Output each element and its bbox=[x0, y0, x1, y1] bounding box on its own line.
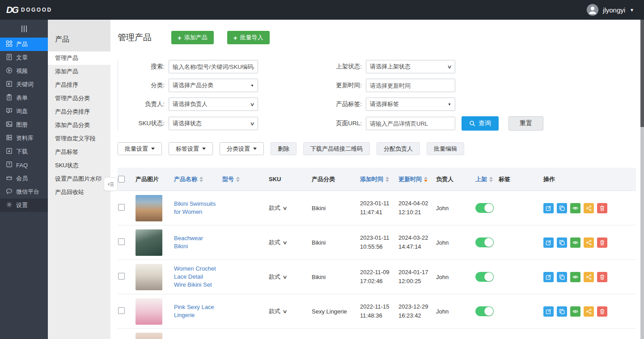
search-input[interactable] bbox=[169, 60, 258, 73]
scrollbar-thumb[interactable] bbox=[640, 20, 644, 127]
query-button[interactable]: 查询 bbox=[462, 116, 499, 131]
column-header-model[interactable]: 型号 bbox=[222, 175, 269, 183]
sidebar-item-library[interactable]: 资料库 bbox=[0, 131, 48, 145]
bulk-import-button[interactable]: + 批量导入 bbox=[227, 31, 270, 44]
sku-dropdown[interactable]: 款式∨ bbox=[269, 204, 287, 212]
product-name-link[interactable]: Pink Sexy Lace Lingerie bbox=[174, 303, 222, 319]
triangle-down-icon bbox=[151, 148, 155, 150]
row-checkbox[interactable] bbox=[118, 204, 125, 211]
preview-button[interactable] bbox=[570, 203, 580, 213]
sidebar-item-settings[interactable]: 设置 bbox=[0, 199, 48, 212]
tag-set-dropdown[interactable]: 标签设置 bbox=[169, 142, 213, 155]
sku-dropdown[interactable]: 款式∨ bbox=[269, 238, 287, 246]
sidebar-item-videos[interactable]: 视频 bbox=[0, 64, 48, 78]
submenu-item-category-sort[interactable]: 产品分类排序 bbox=[48, 105, 110, 119]
sidebar-item-articles[interactable]: 文章 bbox=[0, 51, 48, 64]
product-name-link[interactable]: Bikini Swimsuits for Women bbox=[174, 200, 222, 216]
category-set-dropdown[interactable]: 分类设置 bbox=[220, 142, 264, 155]
owner-select[interactable]: 请选择负责人 ∨ bbox=[169, 97, 258, 111]
column-header-name[interactable]: 产品名称 bbox=[174, 175, 222, 183]
sidebar-item-wechat[interactable]: 微信平台 bbox=[0, 185, 48, 199]
shelf-toggle[interactable] bbox=[475, 306, 494, 316]
row-checkbox[interactable] bbox=[118, 307, 125, 314]
update-time-input[interactable] bbox=[366, 79, 455, 92]
sidebar-item-downloads[interactable]: 下载 bbox=[0, 145, 48, 158]
shelf-toggle[interactable] bbox=[475, 203, 494, 213]
reset-button[interactable]: 重置 bbox=[508, 116, 543, 131]
sidebar-item-forms[interactable]: 表单 bbox=[0, 91, 48, 105]
preview-button[interactable] bbox=[570, 237, 580, 248]
submenu-item-sku-status[interactable]: SKU状态 bbox=[48, 159, 110, 172]
faq-icon bbox=[6, 161, 13, 169]
column-header-added[interactable]: 添加时间 bbox=[360, 175, 398, 183]
preview-button[interactable] bbox=[570, 306, 580, 317]
sidebar-item-products[interactable]: 产品 bbox=[0, 38, 48, 51]
copy-button[interactable] bbox=[557, 237, 567, 248]
select-all-checkbox[interactable] bbox=[118, 176, 125, 182]
shelf-toggle[interactable] bbox=[475, 237, 494, 247]
copy-button[interactable] bbox=[557, 272, 567, 282]
delete-row-button[interactable] bbox=[597, 237, 607, 248]
delete-row-button[interactable] bbox=[597, 203, 607, 213]
edit-button[interactable] bbox=[543, 306, 554, 317]
bulk-set-dropdown[interactable]: 批量设置 bbox=[118, 142, 162, 155]
shelf-toggle[interactable] bbox=[475, 272, 494, 282]
submenu-item-product-sort[interactable]: 产品排序 bbox=[48, 78, 110, 92]
submenu-item-watermark[interactable]: 设置产品图片水印 bbox=[48, 172, 110, 186]
edit-button[interactable] bbox=[543, 237, 554, 248]
product-image[interactable] bbox=[136, 264, 162, 290]
product-tag-select[interactable]: 请选择标签 ▼ bbox=[366, 97, 455, 111]
row-checkbox[interactable] bbox=[118, 273, 125, 280]
copy-button[interactable] bbox=[557, 306, 567, 317]
page-url-input[interactable] bbox=[366, 117, 455, 130]
share-button[interactable] bbox=[584, 306, 594, 317]
sku-dropdown[interactable]: 款式∨ bbox=[269, 273, 287, 281]
submenu-item-manage-products[interactable]: 管理产品 bbox=[48, 51, 110, 65]
video-icon bbox=[6, 67, 13, 75]
column-header-shelf[interactable]: 上架 bbox=[475, 175, 499, 183]
sku-status-select[interactable]: 请选择状态 ∨ bbox=[169, 117, 258, 130]
column-header-updated[interactable]: 更新时间 bbox=[398, 175, 436, 183]
sidebar-item-gallery[interactable]: 图册 bbox=[0, 118, 48, 131]
sidebar-item-members[interactable]: 会员 bbox=[0, 172, 48, 185]
product-image[interactable] bbox=[136, 298, 162, 325]
sidebar-collapse-toggle[interactable] bbox=[0, 20, 48, 38]
submenu-item-add-product[interactable]: 添加产品 bbox=[48, 65, 110, 78]
assign-owner-button[interactable]: 分配负责人 bbox=[377, 142, 420, 155]
shelf-status-select[interactable]: 请选择上架状态 ∨ bbox=[366, 60, 455, 73]
share-button[interactable] bbox=[584, 237, 594, 248]
submenu-item-add-category[interactable]: 添加产品分类 bbox=[48, 119, 110, 132]
user-menu[interactable]: jlyongyi ▼ bbox=[587, 4, 644, 16]
download-qr-button[interactable]: 下载产品链接二维码 bbox=[303, 142, 370, 155]
product-name-link[interactable]: Beachwear Bikini bbox=[174, 234, 222, 250]
page-scrollbar[interactable] bbox=[640, 20, 644, 339]
submenu-collapse-button[interactable] bbox=[104, 177, 118, 191]
share-button[interactable] bbox=[584, 272, 594, 282]
product-image[interactable] bbox=[136, 229, 162, 256]
app-logo[interactable]: DG DOGOOD bbox=[0, 0, 110, 20]
delete-row-button[interactable] bbox=[597, 306, 607, 317]
edit-button[interactable] bbox=[543, 272, 554, 282]
sidebar-item-keywords[interactable]: 关键词 bbox=[0, 78, 48, 91]
submenu-item-product-tags[interactable]: 产品标签 bbox=[48, 145, 110, 159]
submenu-item-manage-categories[interactable]: 管理产品分类 bbox=[48, 92, 110, 105]
submenu-item-custom-fields[interactable]: 管理自定义字段 bbox=[48, 132, 110, 145]
add-product-button[interactable]: + 添加产品 bbox=[171, 31, 214, 44]
share-button[interactable] bbox=[584, 203, 594, 213]
triangle-down-icon bbox=[202, 148, 206, 150]
sku-dropdown[interactable]: 款式∨ bbox=[269, 307, 287, 315]
row-checkbox[interactable] bbox=[118, 238, 125, 245]
sidebar-item-inquiries[interactable]: 询盘 bbox=[0, 105, 48, 118]
product-image[interactable] bbox=[136, 195, 162, 221]
product-image[interactable] bbox=[136, 333, 162, 339]
bulk-edit-button[interactable]: 批量编辑 bbox=[427, 142, 464, 155]
delete-button[interactable]: 删除 bbox=[271, 142, 297, 155]
edit-button[interactable] bbox=[543, 203, 554, 213]
sidebar-item-faq[interactable]: FAQ bbox=[0, 158, 48, 172]
submenu-item-recycle-bin[interactable]: 产品回收站 bbox=[48, 186, 110, 199]
delete-row-button[interactable] bbox=[597, 272, 607, 282]
preview-button[interactable] bbox=[570, 272, 580, 282]
category-select[interactable]: 请选择产品分类 ▼ bbox=[169, 79, 258, 92]
product-name-link[interactable]: Women Crochet Lace Detail Wire Bikini Se… bbox=[174, 265, 222, 289]
copy-button[interactable] bbox=[557, 203, 567, 213]
